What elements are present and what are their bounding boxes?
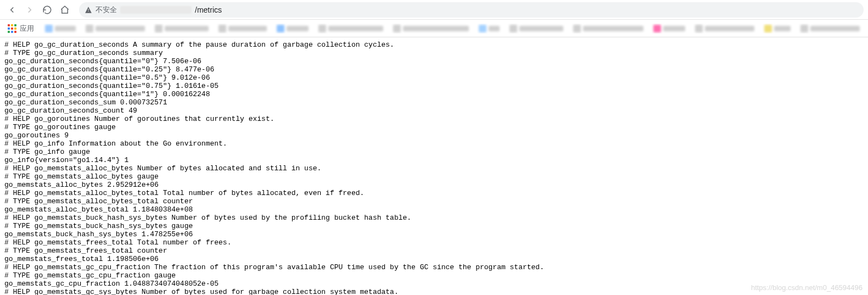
bookmark-item[interactable] (391, 24, 471, 34)
back-button[interactable] (4, 2, 20, 18)
apps-grid-icon (8, 24, 16, 33)
browser-toolbar: 不安全 /metrics (0, 0, 868, 20)
bookmark-item[interactable] (43, 24, 78, 34)
bookmark-item[interactable] (651, 24, 687, 34)
reload-button[interactable] (40, 2, 55, 18)
bookmark-item[interactable] (507, 24, 565, 34)
bookmark-item[interactable] (571, 24, 646, 34)
home-button[interactable] (57, 2, 72, 18)
bookmark-item[interactable] (693, 24, 757, 34)
apps-button[interactable]: 应用 (4, 23, 37, 35)
address-bar[interactable]: 不安全 /metrics (79, 2, 864, 18)
bookmark-item[interactable] (83, 24, 147, 34)
security-label: 不安全 (96, 5, 117, 15)
bookmark-item[interactable] (216, 24, 269, 34)
metrics-output: # HELP go_gc_duration_seconds A summary … (0, 37, 868, 295)
bookmark-item[interactable] (316, 24, 385, 34)
apps-label: 应用 (20, 24, 34, 34)
not-secure-icon (85, 6, 92, 14)
bookmark-item[interactable] (153, 24, 211, 34)
bookmark-item[interactable] (762, 24, 793, 34)
address-path: /metrics (195, 5, 222, 14)
address-host-redacted (120, 6, 192, 14)
bookmarks-bar: 应用 (0, 20, 868, 37)
forward-button[interactable] (22, 2, 37, 18)
bookmark-item[interactable] (477, 24, 502, 34)
bookmark-item[interactable] (798, 24, 862, 34)
bookmark-item[interactable] (275, 24, 311, 34)
bookmarks-items (43, 24, 864, 34)
